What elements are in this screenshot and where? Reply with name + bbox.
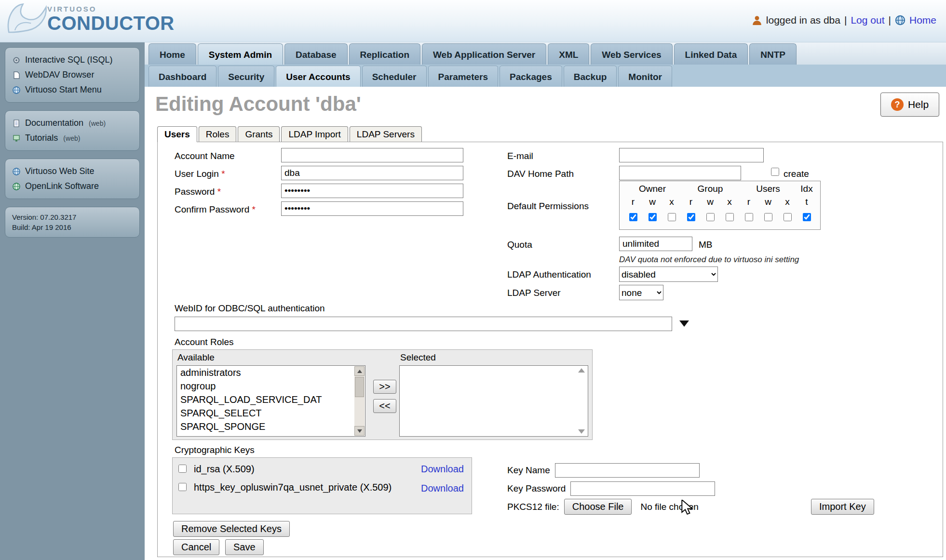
virtuoso-conductor-logo: VIRTUOSO CONDUCTOR [5,1,175,40]
logout-link[interactable]: Log out [851,14,884,26]
tab-database[interactable]: Database [284,43,348,65]
key-checkbox-https-key[interactable] [178,483,187,491]
scroll-down-icon[interactable] [354,426,365,436]
perm-bit-label: w [707,197,714,207]
tab-backup[interactable]: Backup [564,66,617,87]
webid-input[interactable] [175,317,672,331]
perm-users-x-checkbox[interactable] [784,213,792,221]
perm-owner-w-checkbox[interactable] [649,213,657,221]
cryptographic-keys-label: Cryptographic Keys [175,445,255,455]
sidebar-item-virtuoso-web-site[interactable]: Virtuoso Web Site [10,164,135,179]
confirm-password-input[interactable] [281,201,463,216]
move-left-button[interactable]: << [373,399,396,413]
tab-replication[interactable]: Replication [349,43,420,65]
tab-system-admin[interactable]: System Admin [198,43,283,65]
sub-nav-tabs: Dashboard Security User Accounts Schedul… [145,65,946,87]
perm-users-r-checkbox[interactable] [745,213,753,221]
perm-bit-label: w [649,197,656,207]
save-button[interactable]: Save [225,539,264,555]
user-login-input[interactable] [281,166,463,180]
password-input[interactable] [281,184,463,198]
perm-bit-label: t [805,197,808,207]
role-option[interactable]: SPARQL_SPONGE [177,420,365,433]
account-roles-label: Account Roles [175,337,234,347]
sidebar-item-openlink-software[interactable]: OpenLink Software [10,179,135,194]
perm-group-x-checkbox[interactable] [726,213,734,221]
perm-group-w-checkbox[interactable] [706,213,715,221]
dav-home-path-input[interactable] [619,166,741,180]
tab-scheduler[interactable]: Scheduler [362,66,427,87]
tab-users[interactable]: Users [157,126,197,142]
import-key-button[interactable]: Import Key [811,499,874,515]
perm-owner-r-checkbox[interactable] [629,213,637,221]
sidebar-item-documentation[interactable]: Documentation (web) [10,116,135,131]
download-link[interactable]: Download [421,483,464,494]
choose-file-button[interactable]: Choose File [564,499,632,515]
document-icon [12,119,21,128]
remove-selected-keys-button[interactable]: Remove Selected Keys [173,521,290,537]
perm-bit-label: r [747,197,750,207]
sidebar-item-webdav-browser[interactable]: WebDAV Browser [10,67,135,82]
sidebar-item-interactive-sql[interactable]: Interactive SQL (ISQL) [10,53,135,67]
dav-create-checkbox[interactable] [771,168,779,176]
tab-nntp[interactable]: NNTP [749,43,797,65]
scroll-down-icon[interactable] [578,429,585,434]
ldap-server-select[interactable]: none [619,285,663,300]
tab-parameters[interactable]: Parameters [428,66,499,87]
perm-users-w-checkbox[interactable] [764,213,772,221]
sidebar-item-tutorials[interactable]: Tutorials (web) [10,131,135,146]
scroll-up-icon[interactable] [354,366,365,376]
tab-xml[interactable]: XML [548,43,589,65]
cancel-button[interactable]: Cancel [173,539,219,555]
tab-user-accounts[interactable]: User Accounts [276,66,360,87]
role-option[interactable]: administrators [177,366,365,379]
scrollbar-thumb[interactable] [355,377,364,397]
header: VIRTUOSO CONDUCTOR logged in as dba | Lo… [0,0,946,42]
role-option[interactable]: SPARQL_LOAD_SERVICE_DAT [177,393,365,406]
email-input[interactable] [619,148,764,162]
tab-home[interactable]: Home [149,43,196,65]
tab-ldap-servers[interactable]: LDAP Servers [350,126,422,142]
key-password-input[interactable] [570,481,715,496]
tab-web-application-server[interactable]: Web Application Server [422,43,546,65]
perm-bit-label: r [632,197,635,207]
ldap-auth-select[interactable]: disabled [619,267,718,282]
tab-security[interactable]: Security [218,66,274,87]
sidebar-item-virtuoso-start-menu[interactable]: Virtuoso Start Menu [10,82,135,97]
tab-grants[interactable]: Grants [238,126,280,142]
webid-dropdown-arrow-icon[interactable] [679,320,689,327]
globe-icon [12,182,21,191]
tab-web-services[interactable]: Web Services [591,43,672,65]
build-text: Build: Apr 19 2016 [10,222,135,232]
download-link[interactable]: Download [421,464,464,475]
account-name-input[interactable] [281,148,463,162]
file-icon [12,71,21,80]
perm-owner-x-checkbox[interactable] [668,213,676,221]
version-text: Version: 07.20.3217 [10,212,135,222]
selected-roles-list[interactable] [399,365,588,437]
tab-monitor[interactable]: Monitor [618,66,672,87]
available-roles-list[interactable]: administrators nogroup SPARQL_LOAD_SERVI… [176,365,365,437]
logo-virtuoso-text: VIRTUOSO [47,5,175,13]
scroll-up-icon[interactable] [578,368,585,373]
logo-conductor-text: CONDUCTOR [47,13,175,33]
available-roles-label: Available [177,352,215,363]
quota-input[interactable] [619,237,692,251]
move-right-button[interactable]: >> [373,380,396,394]
role-option[interactable]: nogroup [177,379,365,393]
tab-packages[interactable]: Packages [500,66,562,87]
key-name-input[interactable] [555,463,700,478]
role-option[interactable]: SPARQL_SELECT [177,406,365,420]
perm-bit-label: x [669,197,674,207]
sidebar-version-panel: Version: 07.20.3217 Build: Apr 19 2016 [5,207,140,238]
available-roles-scrollbar[interactable] [354,366,365,436]
key-checkbox-id-rsa[interactable] [178,465,187,473]
home-link[interactable]: Home [909,14,936,26]
perm-group-r-checkbox[interactable] [687,213,695,221]
help-button[interactable]: ? Help [880,93,939,117]
perm-idx-t-checkbox[interactable] [803,213,811,221]
tab-linked-data[interactable]: Linked Data [674,43,748,65]
tab-ldap-import[interactable]: LDAP Import [281,126,348,142]
tab-roles[interactable]: Roles [199,126,237,142]
tab-dashboard[interactable]: Dashboard [149,66,216,87]
